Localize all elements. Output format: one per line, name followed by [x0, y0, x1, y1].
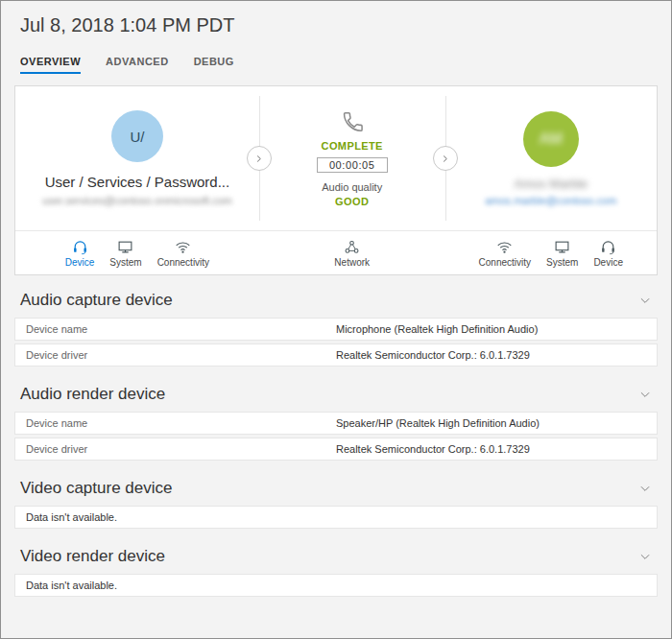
- section-audio-render-device: Audio render device Device name Speaker/…: [1, 369, 671, 461]
- table-row: Device name Microphone (Realtek High Def…: [14, 318, 658, 341]
- caller-panel: U/ User / Services / Password... user.se…: [15, 110, 259, 206]
- table-row: Device name Speaker/HP (Realtek High Def…: [14, 412, 658, 435]
- row-value: Realtek Semiconductor Corp.: 6.0.1.7329: [336, 443, 530, 455]
- callee-avatar: AM: [523, 111, 579, 167]
- footer-tab-caller-device[interactable]: Device: [65, 239, 95, 268]
- empty-message: Data isn't available.: [15, 511, 117, 523]
- chevron-right-icon: [440, 154, 450, 164]
- section-header: Audio capture device: [1, 275, 671, 318]
- phone-icon: [340, 109, 365, 134]
- section-header: Audio render device: [1, 369, 671, 412]
- table-row: Data isn't available.: [14, 506, 658, 529]
- chevron-down-icon[interactable]: [638, 550, 652, 563]
- page-title: Jul 8, 2018 1:04 PM PDT: [1, 1, 671, 36]
- footer-tab-label: Device: [65, 257, 95, 268]
- row-value: Microphone (Realtek High Definition Audi…: [336, 323, 538, 335]
- footer-tab-callee-system[interactable]: System: [546, 239, 578, 268]
- call-duration: 00:00:05: [317, 157, 388, 173]
- footer-tab-caller-system[interactable]: System: [109, 239, 141, 268]
- chevron-right-icon: [253, 154, 264, 164]
- callee-initials-blurred: AM: [540, 130, 563, 148]
- table-row: Device driver Realtek Semiconductor Corp…: [14, 438, 658, 461]
- row-label: Device name: [15, 417, 336, 429]
- audio-quality-label: Audio quality: [322, 181, 382, 193]
- caller-email-blurred: user.services@contoso.onmicrosoft.com: [42, 195, 232, 206]
- section-header: Video render device: [1, 532, 671, 574]
- chevron-down-icon[interactable]: [638, 482, 652, 495]
- call-status-panel: COMPLETE 00:00:05 Audio quality GOOD: [259, 109, 445, 207]
- section-rows: Device name Microphone (Realtek High Def…: [14, 318, 658, 367]
- callee-email-blurred: amos.marble@contoso.com: [485, 195, 616, 206]
- section-audio-capture-device: Audio capture device Device name Microph…: [1, 275, 671, 367]
- call-direction-badge: [247, 146, 272, 171]
- row-value: Speaker/HP (Realtek High Definition Audi…: [336, 417, 540, 429]
- caller-name: User / Services / Password...: [45, 174, 230, 190]
- empty-message: Data isn't available.: [15, 580, 117, 591]
- section-title: Audio capture device: [20, 291, 173, 310]
- call-state-label: COMPLETE: [322, 140, 383, 152]
- call-summary-card: U/ User / Services / Password... user.se…: [14, 85, 658, 275]
- callee-panel: AM Amos Marble amos.marble@contoso.com: [445, 111, 657, 206]
- row-label: Device driver: [15, 349, 336, 361]
- row-value: Realtek Semiconductor Corp.: 6.0.1.7329: [336, 349, 530, 361]
- wifi-icon: [175, 239, 191, 255]
- call-detail-page: Jul 8, 2018 1:04 PM PDT OVERVIEW ADVANCE…: [0, 0, 672, 639]
- footer-tab-callee-connectivity[interactable]: Connectivity: [479, 239, 531, 268]
- footer-tab-caller-connectivity[interactable]: Connectivity: [157, 239, 209, 268]
- caller-footer-tabs: Device System Connectivity: [15, 239, 259, 268]
- chevron-down-icon[interactable]: [638, 294, 652, 307]
- table-row: Data isn't available.: [14, 574, 658, 597]
- section-rows: Data isn't available.: [14, 574, 658, 597]
- footer-tab-label: System: [109, 257, 141, 268]
- tab-advanced[interactable]: ADVANCED: [106, 56, 169, 74]
- tab-overview[interactable]: OVERVIEW: [20, 56, 81, 74]
- middle-footer-tabs: Network: [259, 239, 445, 268]
- network-icon: [344, 239, 360, 255]
- call-participants: U/ User / Services / Password... user.se…: [15, 86, 657, 230]
- footer-tab-label: Connectivity: [157, 257, 209, 268]
- footer-tab-label: Network: [334, 257, 370, 268]
- callee-name-blurred: Amos Marble: [514, 177, 588, 191]
- headset-icon: [600, 239, 616, 255]
- section-rows: Device name Speaker/HP (Realtek High Def…: [14, 412, 658, 461]
- table-row: Device driver Realtek Semiconductor Corp…: [14, 343, 658, 367]
- footer-tab-label: Device: [593, 257, 623, 268]
- footer-tab-label: System: [546, 257, 578, 268]
- footer-tab-network[interactable]: Network: [334, 239, 370, 268]
- callee-footer-tabs: Connectivity System Device: [445, 239, 657, 268]
- caller-avatar: U/: [111, 110, 163, 162]
- section-title: Video capture device: [20, 479, 172, 498]
- row-label: Device driver: [15, 443, 336, 455]
- tab-bar: OVERVIEW ADVANCED DEBUG: [1, 56, 671, 74]
- monitor-icon: [117, 239, 133, 255]
- wifi-icon: [496, 239, 513, 255]
- audio-quality-value: GOOD: [335, 196, 369, 207]
- section-video-render-device: Video render device Data isn't available…: [1, 532, 671, 597]
- headset-icon: [72, 239, 88, 255]
- section-title: Audio render device: [20, 385, 165, 404]
- call-direction-badge: [433, 146, 458, 171]
- footer-tab-callee-device[interactable]: Device: [593, 239, 623, 268]
- section-title: Video render device: [20, 547, 165, 566]
- caller-initials: U/: [130, 129, 144, 145]
- section-header: Video capture device: [1, 463, 671, 506]
- card-footer-tabs: Device System Connectivity Network: [15, 230, 657, 274]
- tab-debug[interactable]: DEBUG: [194, 56, 234, 74]
- chevron-down-icon[interactable]: [638, 388, 652, 401]
- footer-tab-label: Connectivity: [479, 257, 531, 268]
- section-rows: Data isn't available.: [14, 506, 658, 529]
- row-label: Device name: [15, 323, 336, 335]
- section-video-capture-device: Video capture device Data isn't availabl…: [1, 463, 671, 529]
- monitor-icon: [554, 239, 570, 255]
